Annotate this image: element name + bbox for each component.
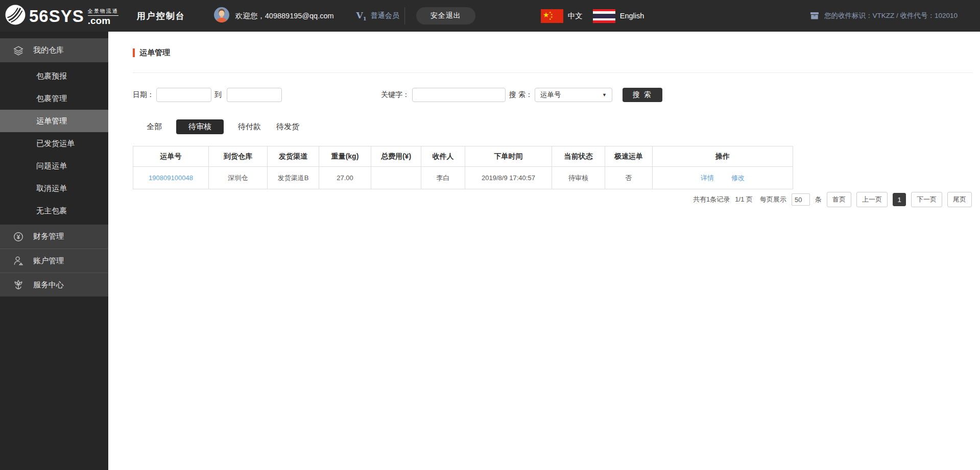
- cell-channel: 发货渠道B: [268, 167, 319, 189]
- logo-com: .com: [88, 16, 110, 26]
- logo[interactable]: 56SYS 全景物流通 .com: [5, 5, 118, 27]
- detail-link[interactable]: 详情: [701, 174, 714, 183]
- sidebar-submenu: 包裹预报 包裹管理 运单管理 已发货运单 问题运单 取消运单 无主包裹: [0, 65, 108, 222]
- date-label: 日期：: [133, 90, 154, 100]
- status-tabs: 全部 待审核 待付款 待发货: [146, 119, 300, 134]
- keyword-label: 关键字：: [381, 90, 410, 100]
- logo-swoosh-icon: [5, 5, 26, 27]
- v1-icon: V1: [356, 10, 367, 21]
- col-weight: 重量(kg): [319, 146, 371, 167]
- cell-receiver: 李白: [421, 167, 465, 189]
- cell-warehouse: 深圳仓: [209, 167, 268, 189]
- table-header-row: 运单号 到货仓库 发货渠道 重量(kg) 总费用(¥) 收件人 下单时间 当前状…: [133, 146, 793, 167]
- receiver-info-text: 您的收件标识：VTKZZ / 收件代号：102010: [824, 11, 958, 20]
- sidebar-item-package-forecast[interactable]: 包裹预报: [0, 65, 108, 87]
- title-accent-bar: [133, 48, 135, 57]
- tab-pending-ship[interactable]: 待发货: [275, 119, 300, 134]
- sidebar-item-waybill-manage[interactable]: 运单管理: [0, 110, 108, 132]
- per-page-label: 每页展示: [760, 195, 786, 204]
- waybill-table: 运单号 到货仓库 发货渠道 重量(kg) 总费用(¥) 收件人 下单时间 当前状…: [133, 146, 793, 189]
- welcome-text: 欢迎您，409889195@qq.com: [235, 11, 334, 21]
- sidebar-item-cancelled-waybill[interactable]: 取消运单: [0, 177, 108, 200]
- page-title: 运单管理: [133, 48, 170, 58]
- yen-circle-icon: [13, 231, 24, 242]
- layers-icon: [13, 45, 24, 56]
- col-waybill-no: 运单号: [133, 146, 209, 167]
- page-info: 1/1 页: [735, 195, 753, 204]
- svg-text:★: ★: [549, 17, 552, 20]
- logo-text: 56SYS: [29, 8, 84, 24]
- col-total-fee: 总费用(¥): [371, 146, 421, 167]
- cell-weight: 27.00: [319, 167, 371, 189]
- lotus-icon: [13, 279, 24, 290]
- col-warehouse: 到货仓库: [209, 146, 268, 167]
- sidebar-item-unclaimed-package[interactable]: 无主包裹: [0, 200, 108, 222]
- current-page-button[interactable]: 1: [893, 193, 906, 206]
- cell-status: 待审核: [552, 167, 605, 189]
- package-icon: [810, 11, 819, 21]
- main-content: 运单管理 日期： 到 关键字： 搜 索： 运单号 ▼ 搜 索 全部 待审核 待付…: [108, 32, 980, 470]
- console-title: 用户控制台: [137, 10, 185, 22]
- last-page-button[interactable]: 尾页: [947, 192, 972, 207]
- search-button[interactable]: 搜 索: [623, 88, 662, 102]
- row-actions: 详情 修改: [653, 174, 792, 183]
- avatar: [214, 7, 229, 24]
- sidebar-group-finance[interactable]: 财务管理: [0, 225, 108, 249]
- search-type-label: 搜 索：: [509, 90, 533, 100]
- logout-button[interactable]: 安全退出: [416, 7, 475, 24]
- col-actions: 操作: [653, 146, 793, 167]
- select-caret-icon: ▼: [602, 92, 607, 97]
- sidebar-group-account[interactable]: 账户管理: [0, 249, 108, 273]
- prev-page-button[interactable]: 上一页: [856, 192, 888, 207]
- user-block: 欢迎您，409889195@qq.com: [214, 7, 334, 24]
- app-screen: 56SYS 全景物流通 .com 用户控制台: [0, 0, 980, 470]
- search-type-select[interactable]: 运单号 ▼: [535, 88, 612, 102]
- cell-order-time: 2019/8/9 17:40:57: [465, 167, 552, 189]
- date-to-label: 到: [214, 90, 222, 100]
- lang-en-label[interactable]: English: [620, 12, 644, 20]
- table-row: 190809100048 深圳仓 发货渠道B 27.00 李白 2019/8/9…: [133, 167, 793, 189]
- receiver-info: 您的收件标识：VTKZZ / 收件代号：102010: [810, 11, 958, 21]
- keyword-input[interactable]: [412, 88, 506, 102]
- col-channel: 发货渠道: [268, 146, 319, 167]
- next-page-button[interactable]: 下一页: [911, 192, 942, 207]
- logo-tagline: 全景物流通: [88, 8, 118, 16]
- cell-total-fee: [371, 167, 421, 189]
- sidebar-group-label: 账户管理: [33, 256, 64, 266]
- per-page-input[interactable]: [792, 193, 810, 206]
- thailand-flag-icon[interactable]: [593, 9, 615, 23]
- person-icon: [13, 255, 24, 266]
- member-level-label: 普通会员: [371, 11, 399, 20]
- lang-zh-label[interactable]: 中文: [568, 11, 583, 21]
- sidebar-group-warehouse[interactable]: 我的仓库: [0, 38, 108, 62]
- col-order-time: 下单时间: [465, 146, 552, 167]
- sidebar-item-problem-waybill[interactable]: 问题运单: [0, 155, 108, 177]
- top-header: 56SYS 全景物流通 .com 用户控制台: [0, 0, 980, 32]
- sidebar-group-label: 服务中心: [33, 280, 64, 290]
- tab-pending-payment[interactable]: 待付款: [237, 119, 262, 134]
- member-badge: V1 普通会员: [356, 10, 399, 21]
- svg-text:★: ★: [543, 11, 549, 19]
- china-flag-icon[interactable]: ★ ★ ★ ★ ★: [541, 9, 563, 23]
- filter-row: 日期： 到 关键字： 搜 索： 运单号 ▼ 搜 索: [133, 88, 662, 102]
- sidebar-group-label: 我的仓库: [33, 45, 64, 55]
- record-count: 共有1条记录: [693, 195, 730, 204]
- sidebar-item-package-manage[interactable]: 包裹管理: [0, 87, 108, 110]
- sidebar: 我的仓库 包裹预报 包裹管理 运单管理 已发货运单 问题运单 取消运单 无主包裹…: [0, 32, 108, 470]
- edit-link[interactable]: 修改: [731, 174, 745, 183]
- col-receiver: 收件人: [421, 146, 465, 167]
- tab-pending-review[interactable]: 待审核: [176, 119, 224, 134]
- cell-express: 否: [605, 167, 653, 189]
- sidebar-group-label: 财务管理: [33, 232, 64, 241]
- title-divider: [133, 72, 973, 73]
- unit-label: 条: [815, 195, 822, 204]
- tab-all[interactable]: 全部: [146, 119, 163, 134]
- first-page-button[interactable]: 首页: [827, 192, 851, 207]
- sidebar-group-service[interactable]: 服务中心: [0, 273, 108, 296]
- sidebar-item-shipped-waybill[interactable]: 已发货运单: [0, 132, 108, 155]
- date-from-input[interactable]: [156, 88, 211, 102]
- col-express: 极速运单: [605, 146, 653, 167]
- waybill-no-link[interactable]: 190809100048: [149, 174, 193, 182]
- pagination: 共有1条记录 1/1 页 每页展示 条 首页 上一页 1 下一页 尾页: [693, 192, 972, 207]
- date-to-input[interactable]: [227, 88, 282, 102]
